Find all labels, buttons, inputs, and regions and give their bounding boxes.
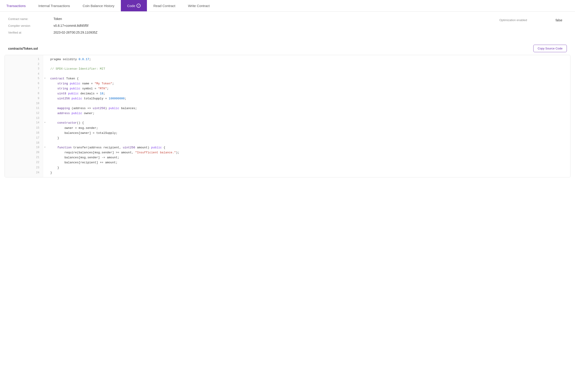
table-row: 3 // SPDX-License-Identifier: MIT <box>5 67 570 72</box>
compiler-label: Compiler version <box>8 24 53 27</box>
table-row: 18 <box>5 141 570 145</box>
table-row: 2 <box>5 62 570 67</box>
table-row: 20 require(balances[msg.sender] >= amoun… <box>5 150 570 155</box>
table-row: 23 } <box>5 165 570 170</box>
table-row: 11 mapping (address => uint256) public b… <box>5 106 570 111</box>
table-row: 10 <box>5 101 570 106</box>
table-row: 6 string public name = "My Token"; <box>5 81 570 86</box>
table-row: 12 address public owner; <box>5 111 570 116</box>
source-header: contracts/Token.sol Copy Source Code <box>0 40 575 55</box>
table-row: 13 <box>5 116 570 121</box>
table-row: 16 balances[owner] = totalSupply; <box>5 131 570 136</box>
table-row: 4 <box>5 72 570 76</box>
table-row: 21 balances[msg.sender] -= amount; <box>5 155 570 160</box>
optimization-label: Optimization enabled <box>499 18 545 22</box>
table-row: 15 owner = msg.sender; <box>5 126 570 131</box>
tab-transactions[interactable]: Transactions <box>0 0 32 11</box>
table-row: 7 string public symbol = "MTK"; <box>5 86 570 91</box>
contract-name-value: Token <box>53 17 62 21</box>
tab-code-label: Code <box>127 4 135 8</box>
code-table: 1 pragma solidity 0.8.17; 2 3 // SPDX-Li… <box>5 55 570 177</box>
tab-internal-transactions[interactable]: Internal Transactions <box>32 0 76 11</box>
contract-info: Contract name: Token Compiler version v0… <box>0 12 575 40</box>
table-row: 14 ▾ constructor() { <box>5 121 570 125</box>
table-row: 17 } <box>5 136 570 141</box>
table-row: 8 uint8 public decimals = 18; <box>5 91 570 96</box>
tab-coin-balance-history[interactable]: Coin Balance History <box>76 0 121 11</box>
tab-read-contract[interactable]: Read Contract <box>147 0 182 11</box>
source-filename: contracts/Token.sol <box>8 47 38 50</box>
verified-value: 2023-02-26T00:25:29.110935Z <box>53 31 97 34</box>
code-container[interactable]: 1 pragma solidity 0.8.17; 2 3 // SPDX-Li… <box>4 55 571 177</box>
tab-code[interactable]: Code ✓ <box>121 0 147 11</box>
table-row: 5 ▾ contract Token { <box>5 76 570 81</box>
table-row: 24 } <box>5 170 570 177</box>
verified-label: Verified at <box>8 31 53 34</box>
table-row: 19 ▾ function transfer(address recipient… <box>5 145 570 150</box>
check-icon: ✓ <box>137 4 141 8</box>
copy-source-code-button[interactable]: Copy Source Code <box>533 45 567 52</box>
table-row: 1 pragma solidity 0.8.17; <box>5 55 570 62</box>
tab-bar: Transactions Internal Transactions Coin … <box>0 0 575 12</box>
table-row: 22 balances[recipient] += amount; <box>5 160 570 165</box>
contract-name-label: Contract name: <box>8 17 53 21</box>
table-row: 9 uint256 public totalSupply = 100000000… <box>5 96 570 101</box>
optimization-value: false <box>555 18 562 22</box>
compiler-value: v0.8.17+commit.8df45f5f <box>53 24 88 27</box>
tab-write-contract[interactable]: Write Contract <box>182 0 216 11</box>
